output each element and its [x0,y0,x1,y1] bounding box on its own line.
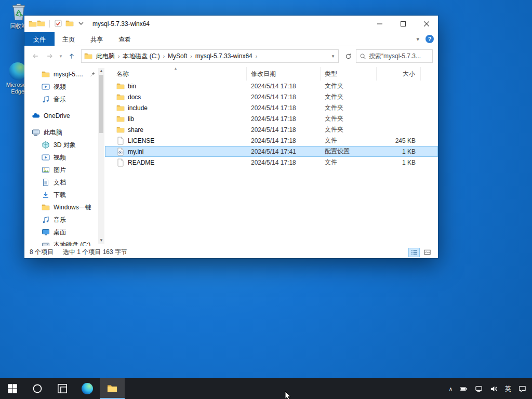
ribbon-tab-查看[interactable]: 查看 [111,32,139,46]
taskbar-start-button[interactable] [0,378,25,399]
details-view-button[interactable] [408,248,420,257]
qat-button-2[interactable] [65,19,74,29]
scroll-down-icon[interactable]: ▼ [98,237,104,244]
sidebar-scrollbar[interactable]: ▲ ▼ [98,68,104,244]
sidebar-item-本地磁盘 (C:)[interactable]: 本地磁盘 (C:) [24,238,105,246]
taskbar-search-button[interactable] [25,378,50,399]
forward-icon [46,52,54,60]
sidebar-item-mysql-5.7.33[interactable]: mysql-5.7.33 [24,68,105,81]
taskbar-items [0,378,125,399]
ribbon-tab-list: 文件主页共享查看 [24,32,139,46]
breadcrumb-item[interactable]: MySoft [165,52,190,60]
qat-button-1[interactable] [54,19,62,29]
volume-icon [490,385,498,393]
file-date: 2024/5/14 17:18 [247,83,321,90]
taskbar-task-view-button[interactable] [50,378,75,399]
up-button[interactable] [65,49,78,63]
sidebar-item-此电脑[interactable]: 此电脑 [24,126,105,139]
sidebar-item-音乐[interactable]: 音乐 [24,214,105,226]
help-button[interactable]: ? [425,35,434,43]
file-row-README[interactable]: README2024/5/14 17:18文件1 KB [105,157,438,168]
file-name: README [128,159,154,166]
sidebar-item-label: 下载 [54,191,66,200]
sidebar-item-下载[interactable]: 下载 [24,189,105,201]
search-circle-icon [32,383,43,394]
folder-icon [107,383,117,394]
sidebar-item-label: 音乐 [54,216,66,224]
volume-button[interactable] [486,378,501,399]
file-row-LICENSE[interactable]: LICENSE2024/5/14 17:18文件245 KB [105,135,438,146]
title-bar[interactable]: mysql-5.7.33-winx64 [24,16,438,32]
refresh-button[interactable] [341,49,355,63]
thumbnails-view-button[interactable] [421,248,433,257]
file-row-docs[interactable]: docs2024/5/14 17:18文件夹 [105,91,438,102]
sidebar-item-图片[interactable]: 图片 [24,164,105,176]
network-button[interactable] [471,378,486,399]
hidden-icons-button[interactable]: ∧ [445,378,456,399]
column-header-name[interactable]: 名称▴ [105,67,247,81]
back-button[interactable] [29,49,42,63]
file-date: 2024/5/14 17:18 [247,94,321,101]
maximize-button[interactable] [391,16,415,32]
qat-button-0[interactable] [37,19,45,29]
file-type: 文件夹 [321,82,377,90]
taskbar-edge-button[interactable] [75,378,100,399]
taskview-icon [57,383,68,394]
file-row-include[interactable]: include2024/5/14 17:18文件夹 [105,102,438,113]
sidebar-item-文档[interactable]: 文档 [24,176,105,189]
file-row-lib[interactable]: lib2024/5/14 17:18文件夹 [105,113,438,124]
breadcrumb-item[interactable]: mysql-5.7.33-winx64 [193,52,255,60]
ribbon-tab-文件[interactable]: 文件 [24,32,55,46]
file-row-share[interactable]: share2024/5/14 17:18文件夹 [105,124,438,135]
sidebar-item-OneDrive[interactable]: OneDrive [24,110,105,122]
window-folder-icon [29,20,37,28]
file-name: share [128,126,143,134]
breadcrumb-item[interactable]: 本地磁盘 (C:) [120,52,162,61]
folder-icon [116,82,125,90]
chevron-down-icon [77,19,85,28]
window-content: mysql-5.7.33视频音乐OneDrive此电脑3D 对象视频图片文档下载… [24,66,438,246]
column-header-size[interactable]: 大小 [377,67,421,81]
ribbon-tab-共享[interactable]: 共享 [83,32,111,46]
address-bar[interactable]: 此电脑›本地磁盘 (C:)›MySoft›mysql-5.7.33-winx64… [81,49,339,63]
sidebar-item-视频[interactable]: 视频 [24,151,105,164]
file-type: 文件 [321,158,377,167]
caption-buttons [368,16,438,32]
sidebar-item-桌面[interactable]: 桌面 [24,226,105,238]
qat-button-3[interactable] [77,19,85,29]
battery-button[interactable] [456,378,471,399]
file-date: 2024/5/14 17:41 [247,148,321,155]
file-row-bin[interactable]: bin2024/5/14 17:18文件夹 [105,81,438,91]
minimize-button[interactable] [368,16,391,32]
scrollbar-thumb[interactable] [99,75,103,133]
sidebar-list: mysql-5.7.33视频音乐OneDrive此电脑3D 对象视频图片文档下载… [24,68,105,246]
taskbar-explorer-button[interactable] [100,378,125,399]
ribbon-tab-主页[interactable]: 主页 [55,32,83,46]
sidebar-item-3D 对象[interactable]: 3D 对象 [24,139,105,151]
search-box[interactable]: 搜索“mysql-5.7.3... [356,49,433,63]
folder-icon [65,19,74,28]
notification-button[interactable] [515,378,530,399]
folder-icon [37,19,45,28]
scroll-up-icon[interactable]: ▲ [98,68,104,74]
file-row-my.ini[interactable]: my.ini2024/5/14 17:41配置设置1 KB [105,146,438,157]
video-icon [42,153,50,162]
recent-locations-icon[interactable]: ▾ [58,54,64,59]
forward-button[interactable] [43,49,57,63]
column-header-type[interactable]: 类型 [321,67,377,81]
breadcrumb-item[interactable]: 此电脑 [94,52,117,61]
disk-icon [42,241,50,246]
close-button[interactable] [415,16,438,32]
expand-ribbon-icon[interactable]: ▾ [416,36,419,43]
sidebar-item-音乐[interactable]: 音乐 [24,93,105,105]
address-dropdown-icon[interactable]: ▾ [328,54,338,59]
sidebar-item-Windows一键[interactable]: Windows一键 [24,201,105,214]
folder-icon [42,203,50,211]
address-folder-icon [84,52,92,60]
breadcrumb-separator-icon[interactable]: › [255,54,258,59]
file-type: 配置设置 [321,147,377,156]
battery-icon [460,385,468,393]
column-header-date[interactable]: 修改日期 [247,67,321,81]
sidebar-item-视频[interactable]: 视频 [24,81,105,93]
ime-language-button[interactable]: 英 [501,378,515,399]
